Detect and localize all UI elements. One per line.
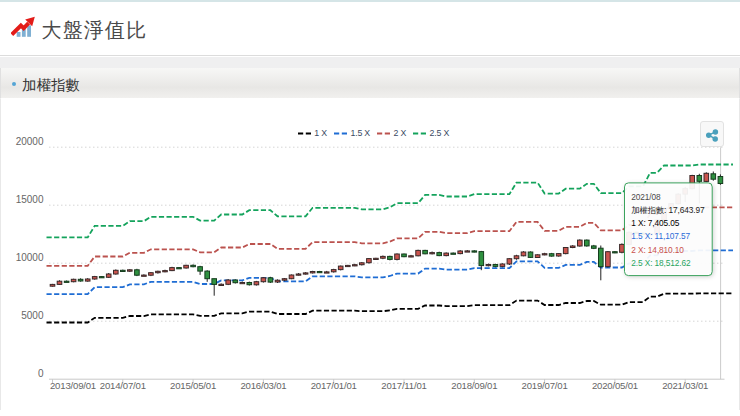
- svg-text:2013/09/01: 2013/09/01: [50, 380, 96, 391]
- svg-text:0: 0: [38, 368, 44, 379]
- svg-text:10000: 10000: [16, 252, 44, 263]
- svg-text:2 X: 14,810.10: 2 X: 14,810.10: [631, 245, 684, 255]
- svg-text:2021/08: 2021/08: [631, 192, 661, 202]
- svg-text:2.5 X: 18,512.62: 2.5 X: 18,512.62: [631, 258, 691, 268]
- svg-text:2015/05/01: 2015/05/01: [170, 380, 216, 391]
- svg-text:1.5 X: 11,107.57: 1.5 X: 11,107.57: [631, 231, 690, 241]
- svg-text:2018/09/01: 2018/09/01: [451, 380, 497, 391]
- svg-text:2017/01/01: 2017/01/01: [311, 380, 357, 391]
- svg-text:2021/03/01: 2021/03/01: [662, 380, 708, 391]
- svg-text:2020/05/01: 2020/05/01: [592, 380, 638, 391]
- svg-text:2019/07/01: 2019/07/01: [522, 380, 568, 391]
- svg-text:2017/11/01: 2017/11/01: [381, 380, 426, 391]
- svg-text:5000: 5000: [21, 310, 44, 321]
- svg-text:2016/03/01: 2016/03/01: [240, 380, 286, 391]
- svg-text:加權指數: 17,643.97: 加權指數: 17,643.97: [631, 205, 705, 215]
- svg-text:20000: 20000: [16, 136, 44, 147]
- svg-text:15000: 15000: [16, 194, 44, 205]
- svg-text:1 X: 7,405.05: 1 X: 7,405.05: [631, 218, 680, 228]
- svg-text:2014/07/01: 2014/07/01: [100, 380, 146, 391]
